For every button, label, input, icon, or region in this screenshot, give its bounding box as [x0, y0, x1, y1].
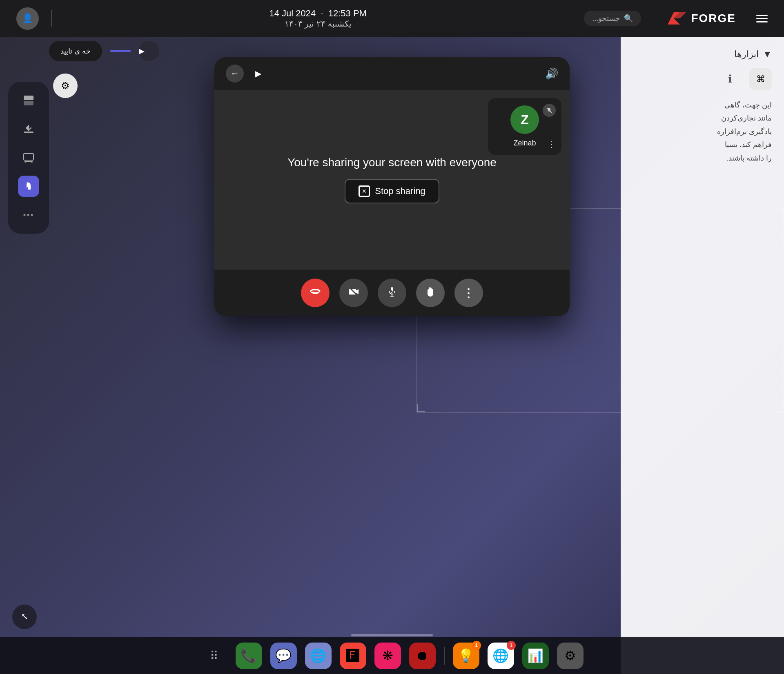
- phone-icon: 📞: [241, 648, 257, 663]
- camera-off-icon: [348, 286, 359, 300]
- bezel-icon: 🌐: [310, 648, 326, 663]
- modal-forward-button[interactable]: ▶: [252, 65, 265, 82]
- speedtest-icon: 📊: [527, 648, 543, 663]
- svg-rect-19: [431, 289, 433, 293]
- participant-mute-icon: [543, 104, 556, 117]
- bottom-dock: ⠿ 📞 💬 🌐 🅵 ❋ ⏺ 💡 1 🌐 1 📊 ⚙: [0, 637, 784, 674]
- top-bar: 👤 14 Jul 2024 · 12:53 PM یکشنبه ۲۴ تیر ۱…: [0, 0, 784, 37]
- participant-name: Zeinab: [513, 139, 536, 147]
- dock-item-messages[interactable]: 💬: [270, 643, 297, 669]
- end-call-button[interactable]: [301, 279, 330, 307]
- participant-more-button[interactable]: ⋮: [548, 139, 556, 149]
- search-bar[interactable]: ...جستجو 🔍: [584, 11, 641, 26]
- hand-icon: [425, 286, 436, 300]
- date-center: 14 Jul 2024 · 12:53 PM یکشنبه ۲۴ تیر ۱۴۰…: [64, 8, 572, 29]
- modal-header: ← ▶ 🔊: [214, 57, 570, 90]
- call-controls: ⋮: [214, 270, 570, 316]
- stop-sharing-icon: ✕: [359, 185, 370, 197]
- stop-sharing-label: Stop sharing: [375, 186, 425, 196]
- chrome-badge: 1: [507, 641, 516, 650]
- dock-item-settings[interactable]: ⚙: [557, 643, 584, 669]
- screen-share-area: You're sharing your screen with everyone…: [214, 90, 570, 270]
- mute-icon: [387, 286, 397, 300]
- user-avatar[interactable]: 👤: [16, 7, 39, 30]
- end-call-icon: [309, 286, 321, 301]
- more-options-button[interactable]: ⋮: [454, 279, 483, 307]
- modal-back-button[interactable]: ←: [226, 65, 244, 83]
- dock-item-figma[interactable]: 🅵: [340, 643, 366, 669]
- back-arrow-icon: ←: [230, 68, 239, 79]
- dock-item-record[interactable]: ⏺: [409, 643, 436, 669]
- settings-icon: ⚙: [564, 648, 576, 663]
- sharing-message: You're sharing your screen with everyone: [287, 156, 497, 169]
- lamp-badge: 1: [472, 641, 481, 650]
- forge-logo-icon: [666, 10, 686, 27]
- more-icon: ⋮: [463, 286, 475, 300]
- lamp-icon: 💡: [458, 648, 474, 663]
- dock-item-lamp[interactable]: 💡 1: [453, 643, 479, 669]
- grid-icon: ⠿: [210, 649, 218, 663]
- svg-marker-12: [356, 289, 359, 294]
- stop-sharing-button[interactable]: ✕ Stop sharing: [345, 179, 439, 203]
- dock-item-flower[interactable]: ❋: [374, 643, 401, 669]
- search-text: ...جستجو: [592, 14, 620, 23]
- raise-hand-button[interactable]: [416, 279, 445, 307]
- screen-share-modal: ← ▶ 🔊 You're sharing your screen with ev…: [214, 57, 570, 316]
- flower-icon: ❋: [382, 648, 393, 663]
- dock-item-grid[interactable]: ⠿: [201, 643, 227, 669]
- modal-volume-button[interactable]: 🔊: [545, 67, 558, 80]
- participant-avatar: Z: [510, 105, 539, 134]
- forge-logo-text: FORGE: [691, 12, 736, 25]
- dock-item-speedtest[interactable]: 📊: [522, 643, 549, 669]
- volume-icon: 🔊: [545, 67, 558, 80]
- svg-rect-20: [428, 289, 429, 294]
- messages-icon: 💬: [275, 648, 292, 663]
- camera-off-button[interactable]: [339, 279, 368, 307]
- chrome-icon: 🌐: [492, 648, 509, 663]
- participant-tile: Z Zeinab ⋮: [488, 98, 561, 155]
- mute-button[interactable]: [378, 279, 406, 307]
- dock-divider-1: [444, 647, 445, 665]
- dock-item-chrome[interactable]: 🌐 1: [488, 643, 514, 669]
- divider: [51, 10, 52, 27]
- forge-logo: FORGE: [666, 10, 736, 27]
- modal-overlay: ← ▶ 🔊 You're sharing your screen with ev…: [0, 37, 784, 637]
- hamburger-menu[interactable]: [756, 15, 768, 22]
- forward-arrow-icon: ▶: [255, 69, 261, 78]
- date-fa: یکشنبه ۲۴ تیر ۱۴۰۳: [285, 19, 352, 29]
- search-icon[interactable]: 🔍: [624, 14, 633, 23]
- date-time-en: 14 Jul 2024 · 12:53 PM: [269, 8, 367, 19]
- dock-item-bezel[interactable]: 🌐: [305, 643, 332, 669]
- dock-item-phone[interactable]: 📞: [236, 643, 262, 669]
- figma-icon: 🅵: [346, 648, 359, 663]
- record-icon: ⏺: [416, 648, 429, 663]
- modal-header-left: ← ▶: [226, 65, 265, 83]
